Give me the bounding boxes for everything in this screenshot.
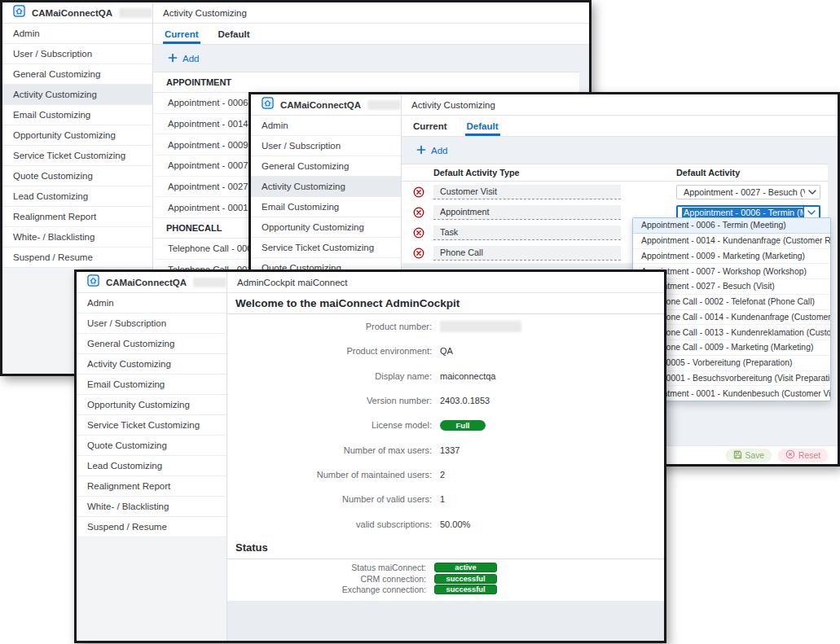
sidebar-item-opportunity-customizing[interactable]: Opportunity Customizing [77,395,226,415]
sidebar-item-email-customizing[interactable]: Email Customizing [77,375,226,395]
activity-type-input[interactable]: Task [433,226,621,240]
info-value: 1337 [440,445,460,455]
column-header-activity: Default Activity [676,168,740,177]
sidebar-item-admin[interactable]: Admin [2,24,152,44]
add-button[interactable]: Add [402,137,838,164]
delete-row-icon[interactable] [413,207,424,218]
sidebar-item-lead-customizing[interactable]: Lead Customizing [2,186,152,207]
window-admincockpit: CAMaiConnectQA AdminCockpit maiConnect A… [74,269,666,643]
info-row: License model:Full [227,413,664,437]
info-label: Product number: [227,322,432,331]
sidebar-item-lead-customizing[interactable]: Lead Customizing [77,456,226,476]
sidebar-item-service-ticket-customizing[interactable]: Service Ticket Customizing [251,238,401,258]
sidebar-item-opportunity-customizing[interactable]: Opportunity Customizing [2,125,152,146]
tab-current[interactable]: Current [411,116,449,136]
table-row: Customer VisitAppointment - 0027 - Besuc… [402,182,828,202]
tab-default[interactable]: Default [465,116,500,136]
sidebar-item-opportunity-customizing[interactable]: Opportunity Customizing [251,217,401,238]
sidebar-item-user-subscription[interactable]: User / Subscription [77,313,226,334]
sidebar-item-service-ticket-customizing[interactable]: Service Ticket Customizing [2,146,152,166]
account-header: CAMaiConnectQA [251,94,402,115]
sidebar-item-activity-customizing[interactable]: Activity Customizing [2,85,152,105]
sidebar-item-user-subscription[interactable]: User / Subscription [251,136,401,156]
sidebar-item-service-ticket-customizing[interactable]: Service Ticket Customizing [77,415,226,436]
redacted-account-suffix [119,8,152,18]
chevron-down-icon [805,186,820,199]
info-row: Number of max users:1337 [227,437,664,462]
activity-select[interactable]: Appointment - 0027 - Besuch (Visit) [676,185,820,199]
dropdown-option[interactable]: Appointment - 0006 - Termin (Meeting) [633,218,830,234]
info-row: Display name:maiconnectqa [227,364,664,388]
status-label: Status maiConnect: [227,563,426,572]
window-header: CAMaiConnectQA Activity Customizing [251,94,838,116]
sidebar-item-general-customizing[interactable]: General Customizing [77,334,226,354]
sidebar-item-white-blacklisting[interactable]: White- / Blacklisting [77,497,226,517]
sidebar-item-activity-customizing[interactable]: Activity Customizing [251,177,401,197]
sidebar-item-suspend-resume[interactable]: Suspend / Resume [2,248,152,268]
sidebar-item-quote-customizing[interactable]: Quote Customizing [77,436,226,456]
activity-select-value: Appointment - 0006 - Termin (Meeting) [678,208,803,217]
sidebar-item-realignment-report[interactable]: Realignment Report [2,207,152,227]
column-header-type: Default Activity Type [433,168,520,177]
info-row: Number of maintained users:2 [227,462,664,487]
info-value: 50.00% [440,519,470,529]
save-icon [733,450,742,461]
reset-button[interactable]: Reset [778,449,828,462]
status-label: Exchange connection: [227,585,426,594]
reset-icon [785,449,795,461]
redacted-value [440,321,521,332]
activity-type-input[interactable]: Phone Call [433,246,621,261]
tab-bar: Current Default [153,24,589,45]
delete-row-icon[interactable] [413,227,424,239]
sidebar-item-user-subscription[interactable]: User / Subscription [2,44,152,64]
chevron-down-icon [803,207,819,218]
redacted-account-suffix [367,100,401,110]
tab-current[interactable]: Current [163,24,200,44]
status-list: Status maiConnect:activeCRM connection:s… [227,559,664,601]
sidebar-item-white-blacklisting[interactable]: White- / Blacklisting [2,227,152,248]
sidebar-item-email-customizing[interactable]: Email Customizing [2,105,152,125]
add-button[interactable]: Add [153,45,589,72]
save-button[interactable]: Save [726,449,772,462]
home-icon[interactable] [262,97,274,112]
delete-row-icon[interactable] [413,248,424,259]
activity-select-value: Appointment - 0027 - Besuch (Visit) [677,187,805,197]
home-icon[interactable] [87,274,99,290]
sidebar-item-general-customizing[interactable]: General Customizing [2,64,152,85]
delete-row-icon[interactable] [413,186,424,198]
info-label: Version number: [227,396,432,405]
sidebar-item-suspend-resume[interactable]: Suspend / Resume [77,517,226,537]
info-label: valid subscriptions: [227,519,432,529]
account-name: CAMaiConnectQA [32,8,112,18]
info-label: Number of maintained users: [227,470,432,480]
sidebar-item-general-customizing[interactable]: General Customizing [251,156,401,177]
sidebar-item-email-customizing[interactable]: Email Customizing [251,197,401,217]
account-name: CAMaiConnectQA [106,278,187,287]
status-label: CRM connection: [227,574,426,584]
home-icon[interactable] [13,5,25,20]
tab-default[interactable]: Default [217,24,252,44]
activity-type-input[interactable]: Appointment [433,205,621,220]
sidebar-empty-area [77,537,226,641]
info-row: valid subscriptions:50.00% [227,511,664,536]
info-label: Display name: [227,371,432,381]
info-row: Number of valid users:1 [227,487,664,511]
dropdown-option[interactable]: Appointment - 0009 - Marketing (Marketin… [633,249,830,265]
sidebar-item-quote-customizing[interactable]: Quote Customizing [2,166,152,186]
info-row: Product environment:QA [227,339,664,363]
reset-button-label: Reset [798,451,820,460]
sidebar-item-realignment-report[interactable]: Realignment Report [77,476,226,497]
page-title: Activity Customizing [163,8,247,18]
save-button-label: Save [745,451,764,460]
sidebar-item-admin[interactable]: Admin [77,293,226,313]
window-header: CAMaiConnectQA AdminCockpit maiConnect [77,272,664,293]
status-row: Status maiConnect:active [227,563,664,573]
status-row: Exchange connection:successful [227,584,664,594]
sidebar-item-activity-customizing[interactable]: Activity Customizing [77,354,226,375]
activity-type-input[interactable]: Customer Visit [433,185,621,199]
status-badge: active [434,563,497,572]
plus-icon [168,53,178,64]
info-label: Number of valid users: [227,494,432,504]
sidebar-item-admin[interactable]: Admin [251,116,401,136]
dropdown-option[interactable]: Appointment - 0014 - Kundenanfrage (Cust… [633,234,830,249]
